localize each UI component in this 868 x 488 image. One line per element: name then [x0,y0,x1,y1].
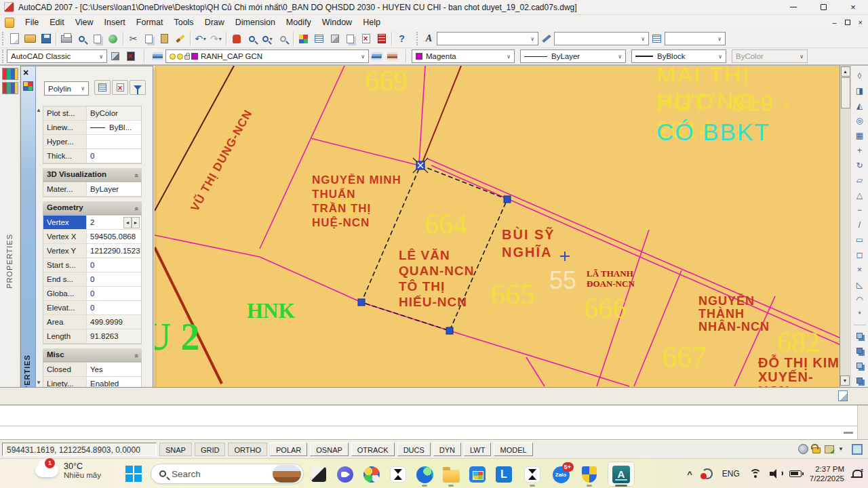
quick-select-button[interactable] [130,80,146,95]
drawing-canvas[interactable]: 669 MAI THỊ HƯƠNG- PGT - 819 - 2014 CÓ B… [155,66,840,387]
layer-previous-button[interactable] [384,48,400,64]
move-button[interactable]: + [853,144,867,157]
toolbar-unlock-icon[interactable] [812,447,821,453]
doc-minimize-button[interactable]: – [832,19,836,26]
copy-object-button[interactable]: ◨ [853,84,867,98]
notification-bell-icon[interactable]: z [851,469,861,479]
publish-button[interactable] [90,30,105,47]
vertex-next-button[interactable]: ► [132,217,140,228]
prop-value[interactable]: 594505.0868 [87,230,141,243]
taskbar-app-video-chat[interactable] [335,464,355,485]
make-layer-current-button[interactable] [369,48,384,64]
workspace-settings-button[interactable] [107,48,123,64]
autocad-taskbar-icon[interactable]: A [611,464,631,485]
trim-button[interactable]: − [853,203,867,217]
chamfer-button[interactable]: ◺ [853,278,867,291]
toggle-polar[interactable]: POLAR [270,443,307,456]
menu-insert[interactable]: Insert [99,16,131,29]
taskbar-app-capcut-2[interactable] [522,464,542,485]
battery-icon[interactable] [789,470,802,477]
docked-toolbar-icon[interactable] [2,82,18,94]
menu-help[interactable]: Help [357,16,386,29]
grip-vertex-active[interactable] [413,158,428,173]
volume-icon[interactable] [770,469,781,479]
palette-close-icon[interactable]: × [23,68,28,77]
prop-value[interactable]: 1212290.1523 [87,244,141,258]
menu-view[interactable]: View [70,16,99,29]
join-button[interactable]: × [853,263,867,277]
prop-value[interactable]: Yes [87,363,141,376]
prop-value[interactable]: 0 [87,301,141,314]
zoom-window-button[interactable]: ▾ [260,30,275,47]
toggle-pickadd-button[interactable] [94,80,111,95]
text-style-combo[interactable]: ∨ [437,32,538,45]
tray-chevron-icon[interactable]: ^ [687,469,692,479]
undo-button[interactable]: ↶▾ [193,30,208,47]
status-menu-arrow-icon[interactable]: ▼ [838,446,844,452]
menu-format[interactable]: Format [131,16,169,29]
text-style-icon[interactable]: A [421,30,437,47]
dim-style-icon[interactable] [538,30,554,47]
menu-dimension[interactable]: Dimension [230,16,281,29]
toggle-osnap[interactable]: OSNAP [310,443,349,456]
tool-palettes-button[interactable] [327,30,342,47]
designcenter-button[interactable] [311,30,327,47]
redo-button[interactable]: ↷▾ [208,30,224,47]
draworder-above-button[interactable] [853,359,867,372]
close-button[interactable]: × [838,0,868,14]
array-button[interactable]: ▦ [853,129,867,142]
prop-label-selected[interactable]: Vertex [43,216,87,229]
taskbar-app-photos[interactable] [309,464,329,485]
prop-value[interactable]: 0 [87,287,141,300]
clock[interactable]: 2:37 PM 7/22/2025 [810,464,844,483]
minimize-button[interactable] [778,0,808,14]
zoom-previous-button[interactable] [275,30,291,47]
command-scrollbar[interactable] [857,405,868,440]
table-style-combo[interactable]: ∨ [665,32,726,45]
section-3d-visualization[interactable]: 3D Visualization« [43,168,142,182]
prop-value[interactable]: 0 [87,272,141,286]
workspace-combo[interactable]: AutoCAD Classic∨ [7,49,107,63]
dim-style-combo[interactable]: ∨ [554,32,649,45]
grip-vertex[interactable] [358,299,365,306]
object-type-combo[interactable]: Polylin∨ [44,81,89,96]
explode-button[interactable]: * [853,308,867,321]
vertex-prev-button[interactable]: ◄ [123,217,132,228]
pan-button[interactable] [229,30,244,47]
doc-close-button[interactable]: × [859,19,863,26]
save-button[interactable] [38,30,54,47]
menu-file[interactable]: File [20,16,44,29]
grip-vertex[interactable] [446,327,453,334]
lineweight-combo[interactable]: ByBlock∨ [631,49,726,63]
break-point-button[interactable]: ▭ [853,233,867,247]
properties-anchor-tab[interactable]: PROPERTIES [5,234,14,289]
clean-screen-button[interactable] [852,444,863,455]
scroll-down-icon[interactable]: ▼ [840,375,850,386]
taskbar-app-file-explorer[interactable] [441,464,461,485]
command-window[interactable] [0,405,868,439]
vertex-spinner[interactable]: 2 ◄► [87,216,141,229]
menu-modify[interactable]: Modify [281,16,317,29]
paste-button[interactable] [157,30,172,47]
recording-icon[interactable] [702,468,713,479]
draworder-back-button[interactable] [853,344,867,357]
match-properties-button[interactable] [172,30,188,47]
menu-draw[interactable]: Draw [199,16,230,29]
section-misc[interactable]: Misc« [43,348,142,362]
markup-button[interactable] [358,30,374,47]
menu-tools[interactable]: Tools [168,16,199,29]
scale-button[interactable]: ▱ [853,174,867,187]
toggle-otrack[interactable]: OTRACK [351,443,395,456]
toggle-model[interactable]: MODEL [494,443,532,456]
taskbar-app-capcut[interactable] [388,464,408,485]
my-workspace-button[interactable] [123,48,138,64]
prop-value[interactable]: 0 [87,149,141,163]
menu-window[interactable]: Window [317,16,357,29]
break-button[interactable]: ◻ [853,248,867,262]
draworder-below-button[interactable] [853,373,867,387]
cut-button[interactable]: ✂ [125,30,141,47]
quickcalc-button[interactable] [374,30,389,47]
prop-value[interactable] [87,135,141,148]
select-objects-button[interactable] [112,80,128,95]
language-indicator[interactable]: ENG [722,469,740,479]
